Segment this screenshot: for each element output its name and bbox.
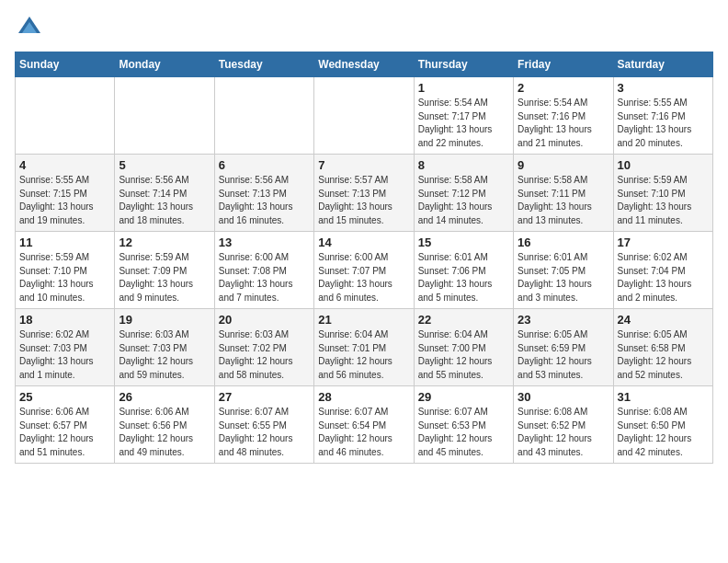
- day-number: 16: [518, 236, 609, 249]
- calendar-table: SundayMondayTuesdayWednesdayThursdayFrid…: [15, 52, 713, 464]
- day-info: Sunrise: 6:05 AM Sunset: 6:58 PM Dayligh…: [618, 328, 709, 382]
- logo: [15, 15, 42, 40]
- calendar-week-row: 25Sunrise: 6:06 AM Sunset: 6:57 PM Dayli…: [16, 386, 713, 464]
- day-number: 30: [518, 390, 609, 404]
- day-info: Sunrise: 6:02 AM Sunset: 7:04 PM Dayligh…: [618, 251, 709, 304]
- day-of-week-header: Monday: [115, 52, 214, 77]
- day-number: 18: [19, 313, 110, 327]
- day-info: Sunrise: 6:01 AM Sunset: 7:05 PM Dayligh…: [518, 251, 609, 304]
- day-info: Sunrise: 6:06 AM Sunset: 6:56 PM Dayligh…: [119, 406, 210, 459]
- calendar-day-cell: 9Sunrise: 5:58 AM Sunset: 7:11 PM Daylig…: [514, 155, 613, 232]
- calendar-day-cell: 12Sunrise: 5:59 AM Sunset: 7:09 PM Dayli…: [115, 232, 214, 309]
- calendar-day-cell: 29Sunrise: 6:07 AM Sunset: 6:53 PM Dayli…: [414, 386, 513, 464]
- day-info: Sunrise: 6:05 AM Sunset: 6:59 PM Dayligh…: [518, 328, 609, 382]
- calendar-day-cell: 5Sunrise: 5:56 AM Sunset: 7:14 PM Daylig…: [115, 155, 214, 232]
- calendar-day-cell: 22Sunrise: 6:04 AM Sunset: 7:00 PM Dayli…: [414, 309, 513, 386]
- day-info: Sunrise: 5:57 AM Sunset: 7:13 PM Dayligh…: [318, 174, 409, 227]
- calendar-day-cell: [214, 77, 313, 155]
- day-number: 3: [618, 81, 709, 95]
- day-number: 11: [19, 236, 110, 249]
- day-number: 13: [219, 236, 310, 249]
- day-info: Sunrise: 6:02 AM Sunset: 7:03 PM Dayligh…: [19, 328, 110, 382]
- day-info: Sunrise: 6:03 AM Sunset: 7:02 PM Dayligh…: [219, 328, 310, 382]
- calendar-day-cell: 23Sunrise: 6:05 AM Sunset: 6:59 PM Dayli…: [514, 309, 613, 386]
- day-info: Sunrise: 5:54 AM Sunset: 7:17 PM Dayligh…: [418, 97, 509, 150]
- day-info: Sunrise: 5:59 AM Sunset: 7:09 PM Dayligh…: [119, 251, 210, 304]
- day-number: 22: [418, 313, 509, 327]
- calendar-day-cell: 3Sunrise: 5:55 AM Sunset: 7:16 PM Daylig…: [613, 77, 712, 155]
- calendar-day-cell: 30Sunrise: 6:08 AM Sunset: 6:52 PM Dayli…: [514, 386, 613, 464]
- day-number: 6: [219, 158, 310, 172]
- day-info: Sunrise: 5:59 AM Sunset: 7:10 PM Dayligh…: [19, 251, 110, 304]
- day-number: 10: [618, 158, 709, 172]
- calendar-header-row: SundayMondayTuesdayWednesdayThursdayFrid…: [16, 52, 713, 77]
- day-of-week-header: Saturday: [613, 52, 712, 77]
- calendar-day-cell: [115, 77, 214, 155]
- calendar-day-cell: 7Sunrise: 5:57 AM Sunset: 7:13 PM Daylig…: [314, 155, 414, 232]
- day-info: Sunrise: 6:06 AM Sunset: 6:57 PM Dayligh…: [19, 406, 110, 459]
- day-info: Sunrise: 6:04 AM Sunset: 7:01 PM Dayligh…: [318, 328, 409, 382]
- calendar-day-cell: 19Sunrise: 6:03 AM Sunset: 7:03 PM Dayli…: [115, 309, 214, 386]
- day-of-week-header: Friday: [514, 52, 613, 77]
- day-number: 23: [518, 313, 609, 327]
- page-header: [15, 15, 713, 40]
- calendar-day-cell: 31Sunrise: 6:08 AM Sunset: 6:50 PM Dayli…: [613, 386, 712, 464]
- day-of-week-header: Tuesday: [214, 52, 313, 77]
- day-info: Sunrise: 6:04 AM Sunset: 7:00 PM Dayligh…: [418, 328, 509, 382]
- calendar-day-cell: 13Sunrise: 6:00 AM Sunset: 7:08 PM Dayli…: [214, 232, 313, 309]
- day-number: 15: [418, 236, 509, 249]
- day-info: Sunrise: 6:07 AM Sunset: 6:54 PM Dayligh…: [318, 406, 409, 459]
- day-info: Sunrise: 5:55 AM Sunset: 7:16 PM Dayligh…: [618, 97, 709, 150]
- day-number: 20: [219, 313, 310, 327]
- calendar-day-cell: 17Sunrise: 6:02 AM Sunset: 7:04 PM Dayli…: [613, 232, 712, 309]
- day-number: 5: [119, 158, 210, 172]
- day-number: 28: [318, 390, 409, 404]
- day-number: 4: [19, 158, 110, 172]
- calendar-day-cell: 15Sunrise: 6:01 AM Sunset: 7:06 PM Dayli…: [414, 232, 513, 309]
- day-info: Sunrise: 6:08 AM Sunset: 6:52 PM Dayligh…: [518, 406, 609, 459]
- logo-icon: [17, 15, 42, 40]
- day-info: Sunrise: 6:03 AM Sunset: 7:03 PM Dayligh…: [119, 328, 210, 382]
- day-info: Sunrise: 5:58 AM Sunset: 7:12 PM Dayligh…: [418, 174, 509, 227]
- day-number: 27: [219, 390, 310, 404]
- calendar-day-cell: 11Sunrise: 5:59 AM Sunset: 7:10 PM Dayli…: [16, 232, 115, 309]
- calendar-day-cell: 20Sunrise: 6:03 AM Sunset: 7:02 PM Dayli…: [214, 309, 313, 386]
- calendar-day-cell: [16, 77, 115, 155]
- calendar-week-row: 11Sunrise: 5:59 AM Sunset: 7:10 PM Dayli…: [16, 232, 713, 309]
- day-number: 2: [518, 81, 609, 95]
- day-number: 14: [318, 236, 409, 249]
- day-number: 8: [418, 158, 509, 172]
- calendar-day-cell: 10Sunrise: 5:59 AM Sunset: 7:10 PM Dayli…: [613, 155, 712, 232]
- day-info: Sunrise: 6:08 AM Sunset: 6:50 PM Dayligh…: [618, 406, 709, 459]
- day-info: Sunrise: 5:55 AM Sunset: 7:15 PM Dayligh…: [19, 174, 110, 227]
- calendar-day-cell: 4Sunrise: 5:55 AM Sunset: 7:15 PM Daylig…: [16, 155, 115, 232]
- day-of-week-header: Thursday: [414, 52, 513, 77]
- day-number: 1: [418, 81, 509, 95]
- day-number: 24: [618, 313, 709, 327]
- day-number: 12: [119, 236, 210, 249]
- day-number: 29: [418, 390, 509, 404]
- calendar-day-cell: 6Sunrise: 5:56 AM Sunset: 7:13 PM Daylig…: [214, 155, 313, 232]
- day-number: 26: [119, 390, 210, 404]
- day-info: Sunrise: 5:59 AM Sunset: 7:10 PM Dayligh…: [618, 174, 709, 227]
- calendar-day-cell: 14Sunrise: 6:00 AM Sunset: 7:07 PM Dayli…: [314, 232, 414, 309]
- calendar-week-row: 4Sunrise: 5:55 AM Sunset: 7:15 PM Daylig…: [16, 155, 713, 232]
- calendar-day-cell: 26Sunrise: 6:06 AM Sunset: 6:56 PM Dayli…: [115, 386, 214, 464]
- calendar-week-row: 1Sunrise: 5:54 AM Sunset: 7:17 PM Daylig…: [16, 77, 713, 155]
- calendar-day-cell: 28Sunrise: 6:07 AM Sunset: 6:54 PM Dayli…: [314, 386, 414, 464]
- day-info: Sunrise: 5:56 AM Sunset: 7:13 PM Dayligh…: [219, 174, 310, 227]
- calendar-day-cell: 8Sunrise: 5:58 AM Sunset: 7:12 PM Daylig…: [414, 155, 513, 232]
- day-number: 19: [119, 313, 210, 327]
- day-of-week-header: Sunday: [16, 52, 115, 77]
- day-info: Sunrise: 6:07 AM Sunset: 6:53 PM Dayligh…: [418, 406, 509, 459]
- day-info: Sunrise: 6:07 AM Sunset: 6:55 PM Dayligh…: [219, 406, 310, 459]
- day-info: Sunrise: 6:01 AM Sunset: 7:06 PM Dayligh…: [418, 251, 509, 304]
- calendar-day-cell: 2Sunrise: 5:54 AM Sunset: 7:16 PM Daylig…: [514, 77, 613, 155]
- day-info: Sunrise: 5:56 AM Sunset: 7:14 PM Dayligh…: [119, 174, 210, 227]
- day-of-week-header: Wednesday: [314, 52, 414, 77]
- day-info: Sunrise: 5:58 AM Sunset: 7:11 PM Dayligh…: [518, 174, 609, 227]
- day-info: Sunrise: 6:00 AM Sunset: 7:08 PM Dayligh…: [219, 251, 310, 304]
- calendar-day-cell: 24Sunrise: 6:05 AM Sunset: 6:58 PM Dayli…: [613, 309, 712, 386]
- calendar-week-row: 18Sunrise: 6:02 AM Sunset: 7:03 PM Dayli…: [16, 309, 713, 386]
- day-number: 7: [318, 158, 409, 172]
